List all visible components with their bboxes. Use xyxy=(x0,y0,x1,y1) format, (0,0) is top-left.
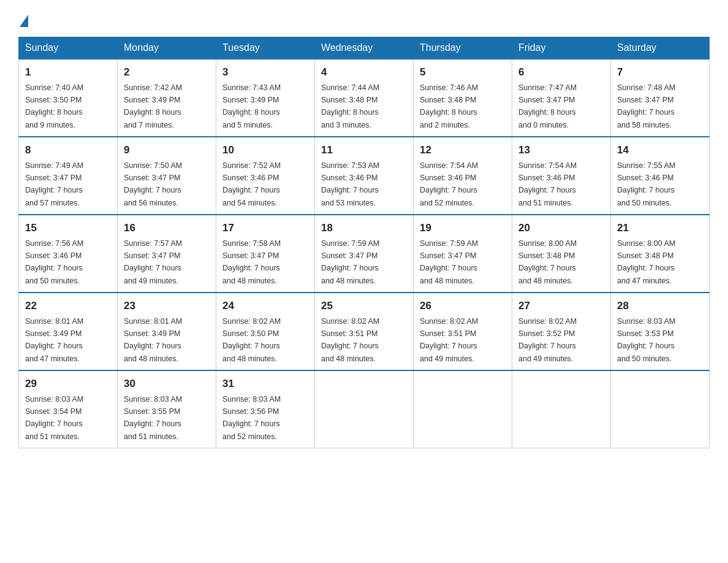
col-header-saturday: Saturday xyxy=(611,37,710,59)
calendar-cell: 15Sunrise: 7:56 AMSunset: 3:46 PMDayligh… xyxy=(19,215,118,293)
day-info: Sunrise: 8:02 AMSunset: 3:52 PMDaylight:… xyxy=(518,317,577,363)
day-info: Sunrise: 7:59 AMSunset: 3:47 PMDaylight:… xyxy=(420,239,478,285)
day-number: 15 xyxy=(25,220,111,236)
day-number: 25 xyxy=(321,298,407,314)
calendar-header-row: SundayMondayTuesdayWednesdayThursdayFrid… xyxy=(19,37,710,59)
day-number: 3 xyxy=(222,64,308,80)
day-number: 20 xyxy=(518,220,604,236)
calendar-cell: 8Sunrise: 7:49 AMSunset: 3:47 PMDaylight… xyxy=(19,137,118,215)
calendar-cell: 26Sunrise: 8:02 AMSunset: 3:51 PMDayligh… xyxy=(414,293,512,370)
day-info: Sunrise: 8:03 AMSunset: 3:55 PMDaylight:… xyxy=(124,395,182,441)
day-info: Sunrise: 8:03 AMSunset: 3:53 PMDaylight:… xyxy=(617,317,675,363)
day-number: 28 xyxy=(617,298,703,314)
calendar-week-row: 1Sunrise: 7:40 AMSunset: 3:50 PMDaylight… xyxy=(19,59,710,137)
calendar-cell: 5Sunrise: 7:46 AMSunset: 3:48 PMDaylight… xyxy=(414,59,512,137)
calendar-cell: 10Sunrise: 7:52 AMSunset: 3:46 PMDayligh… xyxy=(216,137,315,215)
calendar-cell: 1Sunrise: 7:40 AMSunset: 3:50 PMDaylight… xyxy=(19,59,118,137)
page-header xyxy=(18,12,710,27)
day-info: Sunrise: 7:50 AMSunset: 3:47 PMDaylight:… xyxy=(124,161,182,207)
day-info: Sunrise: 7:59 AMSunset: 3:47 PMDaylight:… xyxy=(321,239,379,285)
col-header-monday: Monday xyxy=(118,37,216,59)
col-header-thursday: Thursday xyxy=(414,37,512,59)
calendar-cell xyxy=(611,370,710,448)
day-info: Sunrise: 8:03 AMSunset: 3:56 PMDaylight:… xyxy=(222,395,281,441)
calendar-cell: 17Sunrise: 7:58 AMSunset: 3:47 PMDayligh… xyxy=(216,215,315,293)
calendar-table: SundayMondayTuesdayWednesdayThursdayFrid… xyxy=(18,37,710,448)
col-header-friday: Friday xyxy=(512,37,611,59)
calendar-cell: 23Sunrise: 8:01 AMSunset: 3:49 PMDayligh… xyxy=(118,293,216,370)
day-info: Sunrise: 7:46 AMSunset: 3:48 PMDaylight:… xyxy=(420,83,478,129)
day-info: Sunrise: 8:02 AMSunset: 3:51 PMDaylight:… xyxy=(420,317,478,363)
calendar-cell: 25Sunrise: 8:02 AMSunset: 3:51 PMDayligh… xyxy=(315,293,414,370)
day-info: Sunrise: 7:55 AMSunset: 3:46 PMDaylight:… xyxy=(617,161,675,207)
day-info: Sunrise: 8:02 AMSunset: 3:50 PMDaylight:… xyxy=(222,317,281,363)
calendar-cell: 28Sunrise: 8:03 AMSunset: 3:53 PMDayligh… xyxy=(611,293,710,370)
day-info: Sunrise: 7:57 AMSunset: 3:47 PMDaylight:… xyxy=(124,239,182,285)
calendar-week-row: 8Sunrise: 7:49 AMSunset: 3:47 PMDaylight… xyxy=(19,137,710,215)
day-info: Sunrise: 8:03 AMSunset: 3:54 PMDaylight:… xyxy=(25,395,83,441)
calendar-cell: 4Sunrise: 7:44 AMSunset: 3:48 PMDaylight… xyxy=(315,59,414,137)
day-number: 16 xyxy=(124,220,210,236)
calendar-cell xyxy=(414,370,512,448)
day-info: Sunrise: 7:54 AMSunset: 3:46 PMDaylight:… xyxy=(420,161,478,207)
day-number: 23 xyxy=(124,298,210,314)
day-number: 13 xyxy=(518,142,604,158)
day-number: 26 xyxy=(420,298,506,314)
day-info: Sunrise: 7:52 AMSunset: 3:46 PMDaylight:… xyxy=(222,161,281,207)
calendar-cell: 31Sunrise: 8:03 AMSunset: 3:56 PMDayligh… xyxy=(216,370,315,448)
day-info: Sunrise: 7:44 AMSunset: 3:48 PMDaylight:… xyxy=(321,83,379,129)
day-number: 10 xyxy=(222,142,308,158)
calendar-cell: 22Sunrise: 8:01 AMSunset: 3:49 PMDayligh… xyxy=(19,293,118,370)
day-number: 5 xyxy=(420,64,506,80)
day-number: 14 xyxy=(617,142,703,158)
calendar-cell: 2Sunrise: 7:42 AMSunset: 3:49 PMDaylight… xyxy=(118,59,216,137)
calendar-cell: 30Sunrise: 8:03 AMSunset: 3:55 PMDayligh… xyxy=(118,370,216,448)
day-info: Sunrise: 7:42 AMSunset: 3:49 PMDaylight:… xyxy=(124,83,182,129)
day-info: Sunrise: 7:40 AMSunset: 3:50 PMDaylight:… xyxy=(25,83,83,129)
calendar-week-row: 29Sunrise: 8:03 AMSunset: 3:54 PMDayligh… xyxy=(19,370,710,448)
calendar-cell: 13Sunrise: 7:54 AMSunset: 3:46 PMDayligh… xyxy=(512,137,611,215)
day-info: Sunrise: 8:00 AMSunset: 3:48 PMDaylight:… xyxy=(617,239,675,285)
col-header-sunday: Sunday xyxy=(19,37,118,59)
calendar-cell: 12Sunrise: 7:54 AMSunset: 3:46 PMDayligh… xyxy=(414,137,512,215)
day-number: 7 xyxy=(617,64,703,80)
day-number: 24 xyxy=(222,298,308,314)
calendar-cell: 14Sunrise: 7:55 AMSunset: 3:46 PMDayligh… xyxy=(611,137,710,215)
calendar-cell xyxy=(512,370,611,448)
calendar-cell: 20Sunrise: 8:00 AMSunset: 3:48 PMDayligh… xyxy=(512,215,611,293)
day-number: 22 xyxy=(25,298,111,314)
calendar-week-row: 15Sunrise: 7:56 AMSunset: 3:46 PMDayligh… xyxy=(19,215,710,293)
calendar-cell: 16Sunrise: 7:57 AMSunset: 3:47 PMDayligh… xyxy=(118,215,216,293)
day-number: 9 xyxy=(124,142,210,158)
day-info: Sunrise: 7:54 AMSunset: 3:46 PMDaylight:… xyxy=(518,161,577,207)
day-number: 21 xyxy=(617,220,703,236)
day-number: 30 xyxy=(124,376,210,392)
day-info: Sunrise: 8:01 AMSunset: 3:49 PMDaylight:… xyxy=(124,317,182,363)
logo xyxy=(18,12,28,27)
day-number: 17 xyxy=(222,220,308,236)
day-number: 12 xyxy=(420,142,506,158)
calendar-cell: 18Sunrise: 7:59 AMSunset: 3:47 PMDayligh… xyxy=(315,215,414,293)
day-number: 11 xyxy=(321,142,407,158)
day-info: Sunrise: 7:43 AMSunset: 3:49 PMDaylight:… xyxy=(222,83,281,129)
calendar-cell: 29Sunrise: 8:03 AMSunset: 3:54 PMDayligh… xyxy=(19,370,118,448)
day-info: Sunrise: 8:01 AMSunset: 3:49 PMDaylight:… xyxy=(25,317,83,363)
calendar-cell: 3Sunrise: 7:43 AMSunset: 3:49 PMDaylight… xyxy=(216,59,315,137)
day-info: Sunrise: 7:58 AMSunset: 3:47 PMDaylight:… xyxy=(222,239,281,285)
day-number: 19 xyxy=(420,220,506,236)
day-info: Sunrise: 7:53 AMSunset: 3:46 PMDaylight:… xyxy=(321,161,379,207)
calendar-cell: 24Sunrise: 8:02 AMSunset: 3:50 PMDayligh… xyxy=(216,293,315,370)
calendar-cell: 11Sunrise: 7:53 AMSunset: 3:46 PMDayligh… xyxy=(315,137,414,215)
day-info: Sunrise: 7:48 AMSunset: 3:47 PMDaylight:… xyxy=(617,83,675,129)
calendar-week-row: 22Sunrise: 8:01 AMSunset: 3:49 PMDayligh… xyxy=(19,293,710,370)
calendar-cell: 19Sunrise: 7:59 AMSunset: 3:47 PMDayligh… xyxy=(414,215,512,293)
col-header-wednesday: Wednesday xyxy=(315,37,414,59)
col-header-tuesday: Tuesday xyxy=(216,37,315,59)
calendar-cell xyxy=(315,370,414,448)
day-number: 4 xyxy=(321,64,407,80)
day-info: Sunrise: 8:02 AMSunset: 3:51 PMDaylight:… xyxy=(321,317,379,363)
calendar-cell: 7Sunrise: 7:48 AMSunset: 3:47 PMDaylight… xyxy=(611,59,710,137)
day-number: 1 xyxy=(25,64,111,80)
day-number: 31 xyxy=(222,376,308,392)
day-info: Sunrise: 8:00 AMSunset: 3:48 PMDaylight:… xyxy=(518,239,577,285)
